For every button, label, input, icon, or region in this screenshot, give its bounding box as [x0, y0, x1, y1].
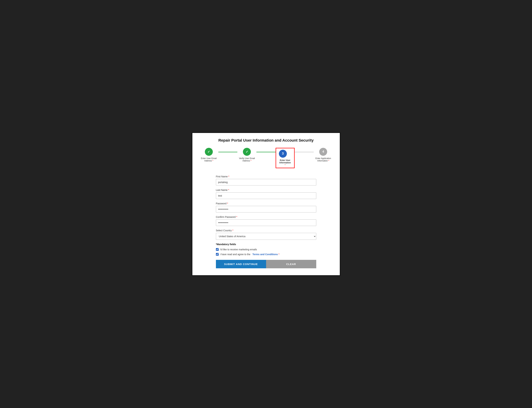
submit-button[interactable]: SUBMIT AND CONTINUE: [216, 260, 266, 268]
last-name-group: Last Name *: [216, 189, 316, 199]
password-label: Password *: [216, 202, 316, 205]
first-name-group: First Name *: [216, 175, 316, 186]
marketing-checkbox[interactable]: [216, 248, 219, 251]
connector-1: [218, 152, 237, 152]
confirm-password-group: Confirm Password *: [216, 216, 316, 226]
step-1-circle: ✓: [205, 148, 213, 156]
terms-label: I have read and agree to the Terms and C…: [220, 253, 279, 256]
button-row: SUBMIT AND CONTINUE CLEAR: [216, 260, 316, 268]
country-group: Select Country * United States of Americ…: [216, 229, 316, 240]
step-2-label: Verify User Email Address *: [237, 157, 256, 162]
first-name-label: First Name *: [216, 175, 316, 178]
marketing-checkbox-group: I'd like to receive marketing emails: [216, 248, 316, 251]
step-2-circle: ✓: [243, 148, 251, 156]
step-4-label: Enter Application Information *: [314, 157, 333, 162]
step-3-circle: 3: [279, 150, 287, 158]
step-1-label: Enter User Email Address *: [199, 157, 218, 162]
connector-3: [295, 152, 314, 152]
country-label: Select Country *: [216, 229, 316, 232]
step-4-circle: 4: [319, 148, 327, 156]
step-2: ✓ Verify User Email Address *: [237, 148, 256, 162]
password-input[interactable]: [216, 206, 316, 212]
password-group: Password *: [216, 202, 316, 212]
confirm-password-label: Confirm Password *: [216, 216, 316, 218]
step-4: 4 Enter Application Information *: [314, 148, 333, 162]
terms-checkbox-group: I have read and agree to the Terms and C…: [216, 253, 316, 256]
terms-checkbox[interactable]: [216, 253, 219, 256]
last-name-input[interactable]: [216, 192, 316, 199]
connector-2: [256, 152, 275, 152]
step-3-active-box: 3 Enter User Information *: [276, 148, 295, 168]
page-title: Repair Portal User Information and Accou…: [199, 138, 333, 143]
country-select[interactable]: United States of America Canada United K…: [216, 233, 316, 240]
form-section: First Name * Last Name * Password * Conf…: [216, 175, 316, 268]
clear-button[interactable]: CLEAR: [266, 260, 316, 268]
first-name-input[interactable]: [216, 179, 316, 186]
page-wrapper: Repair Portal User Information and Accou…: [192, 132, 340, 276]
confirm-password-input[interactable]: [216, 219, 316, 226]
last-name-label: Last Name *: [216, 189, 316, 191]
terms-link[interactable]: Terms and Conditions: [253, 253, 278, 256]
stepper: ✓ Enter User Email Address * ✓ Verify Us…: [199, 148, 333, 168]
marketing-label: I'd like to receive marketing emails: [220, 248, 257, 251]
step-3-label: Enter User Information *: [279, 159, 291, 166]
step-1: ✓ Enter User Email Address *: [199, 148, 218, 162]
step-3: 3 Enter User Information *: [276, 148, 295, 168]
mandatory-note: *Mandatory fields: [216, 243, 316, 246]
